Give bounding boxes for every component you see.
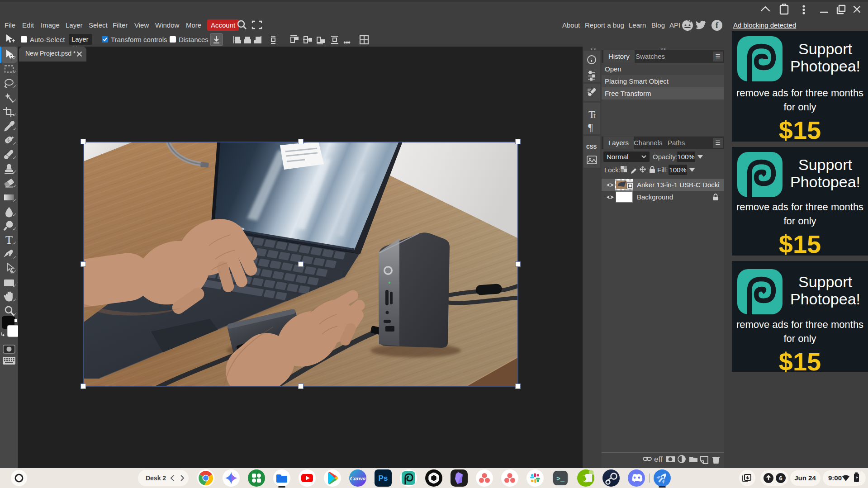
- svg-text:9:00: 9:00: [828, 474, 842, 482]
- svg-text:¶: ¶: [588, 121, 593, 133]
- svg-text:T: T: [5, 233, 13, 246]
- svg-text:Desk 2: Desk 2: [146, 474, 166, 482]
- svg-text:Canva: Canva: [350, 475, 366, 482]
- svg-text:Ps: Ps: [379, 474, 388, 483]
- svg-text:Jun 24: Jun 24: [794, 474, 816, 482]
- svg-text:CSS: CSS: [586, 144, 597, 151]
- svg-text:>_: >_: [556, 475, 565, 483]
- svg-text:6: 6: [779, 475, 782, 482]
- svg-text:f: f: [716, 20, 719, 30]
- svg-text:eff: eff: [654, 455, 663, 464]
- svg-text:t: t: [593, 111, 596, 120]
